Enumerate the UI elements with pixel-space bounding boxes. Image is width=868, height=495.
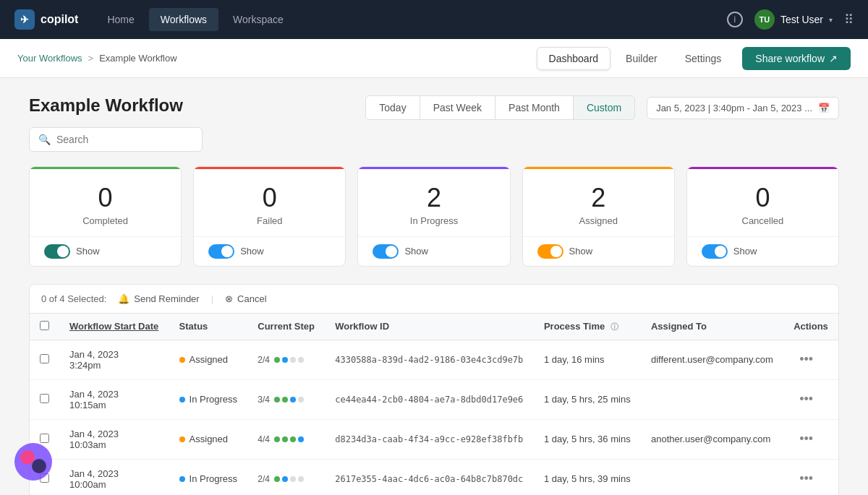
col-actions: Actions [783,314,838,340]
table-row: Jan 4, 2023 10:00am In Progress 2/4 2617… [30,459,838,495]
row-start-date: Jan 4, 2023 3:24pm [59,340,169,379]
stat-label-failed: Failed [208,215,331,226]
breadcrumb-current: Example Workflow [99,53,176,64]
toggle-cancelled[interactable] [702,244,728,259]
row-checkbox[interactable] [40,434,49,443]
col-workflow-id: Workflow ID [325,314,534,340]
date-range-picker[interactable]: Jan 5, 2023 | 3:40pm - Jan 5, 2023 ... 📅 [647,97,839,119]
cancel-icon: ⊗ [225,293,233,304]
info-circle-icon: ⓘ [610,322,618,331]
user-avatar: TU [754,9,775,30]
row-assigned-to: another.user@company.com [641,419,783,459]
toolbar-separator: | [211,293,213,304]
breadcrumb-link[interactable]: Your Workflows [17,53,82,64]
row-process-time: 1 day, 5 hrs, 25 mins [534,379,641,419]
date-range-value: Jan 5, 2023 | 3:40pm - Jan 5, 2023 ... [656,103,812,113]
nav-item-home[interactable]: Home [95,8,145,31]
toggle-completed[interactable] [44,244,70,259]
row-start-date: Jan 4, 2023 10:00am [59,459,169,495]
row-checkbox-cell[interactable] [30,340,59,379]
svg-point-2 [32,459,46,473]
cancel-action[interactable]: ⊗ Cancel [225,293,266,304]
stat-card-assigned: 2 Assigned Show [522,166,675,267]
stat-card-completed: 0 Completed Show [29,166,182,267]
workflow-table: Workflow Start Date Status Current Step … [30,314,838,495]
stat-card-body-cancelled: 0 Cancelled [687,167,838,236]
col-assigned-to: Assigned To [641,314,783,340]
search-box[interactable]: 🔍 [29,127,203,152]
row-checkbox[interactable] [40,394,49,403]
workflow-title-area: Example Workflow 🔍 [29,95,203,152]
share-workflow-label: Share workflow [755,53,825,64]
workflow-header: Example Workflow 🔍 Today Past Week Past … [29,95,839,152]
actions-menu-button[interactable]: ••• [793,429,819,449]
search-input[interactable] [56,134,193,145]
send-reminder-action[interactable]: 🔔 Send Reminder [118,293,199,304]
chevron-down-icon: ▾ [829,16,833,24]
row-checkbox-cell[interactable] [30,379,59,419]
breadcrumb: Your Workflows > Example Workflow [17,53,177,64]
row-process-time: 1 day, 5 hrs, 39 mins [534,459,641,495]
actions-menu-button[interactable]: ••• [793,389,819,410]
info-icon[interactable]: i [727,12,743,27]
filter-tab-today[interactable]: Today [366,96,420,119]
row-assigned-to: different.user@company.com [641,340,783,379]
stat-number-failed: 0 [208,184,331,212]
table-row: Jan 4, 2023 10:03am Assigned 4/4 d8234d3… [30,419,838,459]
toggle-in-progress[interactable] [373,244,399,259]
row-process-time: 1 day, 5 hrs, 36 mins [534,419,641,459]
filter-tab-past-week[interactable]: Past Week [420,96,495,119]
actions-menu-button[interactable]: ••• [793,349,819,370]
nav-items: Home Workflows Workspace [95,8,726,31]
row-status: Assigned [169,419,248,459]
logo-icon: ✈ [14,9,35,30]
row-start-date: Jan 4, 2023 10:15am [59,379,169,419]
table-toolbar: 0 of 4 Selected: 🔔 Send Reminder | ⊗ Can… [30,285,838,314]
col-start-date[interactable]: Workflow Start Date [59,314,169,340]
row-workflow-id: 2617e355-4aac-4dc6-ac0a-64b8c7b870dc [325,459,534,495]
tab-dashboard[interactable]: Dashboard [537,47,611,70]
tab-builder[interactable]: Builder [613,47,670,70]
main-content: Example Workflow 🔍 Today Past Week Past … [0,78,868,495]
share-workflow-button[interactable]: Share workflow ↗ [742,47,851,70]
actions-menu-button[interactable]: ••• [793,468,819,489]
user-name: Test User [780,14,823,25]
workflow-title: Example Workflow [29,95,203,116]
col-status: Status [169,314,248,340]
select-all-checkbox[interactable] [40,321,49,330]
row-process-time: 1 day, 16 mins [534,340,641,379]
filter-tab-past-month[interactable]: Past Month [495,96,574,119]
show-label-assigned: Show [569,246,593,257]
toggle-assigned[interactable] [537,244,563,259]
stat-label-completed: Completed [44,215,166,226]
toggle-failed[interactable] [208,244,234,259]
user-badge[interactable]: TU Test User ▾ [754,9,833,30]
floating-logo [14,443,52,481]
stat-number-completed: 0 [44,184,166,212]
stat-footer-cancelled: Show [687,236,838,266]
stat-number-assigned: 2 [537,184,660,212]
row-assigned-to [641,379,783,419]
stat-footer-failed: Show [194,236,345,266]
tab-settings[interactable]: Settings [673,47,734,70]
stat-card-in-progress: 2 In Progress Show [357,166,510,267]
row-workflow-id: d8234d3a-caab-4f34-a9cc-e928ef38fbfb [325,419,534,459]
select-all-header[interactable] [30,314,59,340]
row-actions: ••• [783,459,838,495]
stat-card-cancelled: 0 Cancelled Show [686,166,839,267]
stat-label-in-progress: In Progress [373,215,495,226]
nav-item-workspace[interactable]: Workspace [221,8,295,31]
grid-icon[interactable]: ⠿ [844,12,854,27]
nav-item-workflows[interactable]: Workflows [149,8,218,31]
filter-tab-custom[interactable]: Custom [574,96,634,119]
app-logo[interactable]: ✈ copilot [14,9,78,30]
table-row: Jan 4, 2023 10:15am In Progress 3/4 ce44… [30,379,838,419]
row-current-step: 2/4 [247,340,325,379]
row-checkbox[interactable] [40,354,49,363]
stat-card-body-failed: 0 Failed [194,167,345,236]
show-label-in-progress: Show [404,246,428,257]
stat-label-assigned: Assigned [537,215,660,226]
cancel-label: Cancel [237,293,266,304]
bell-icon: 🔔 [118,293,129,304]
stat-footer-completed: Show [30,236,181,266]
